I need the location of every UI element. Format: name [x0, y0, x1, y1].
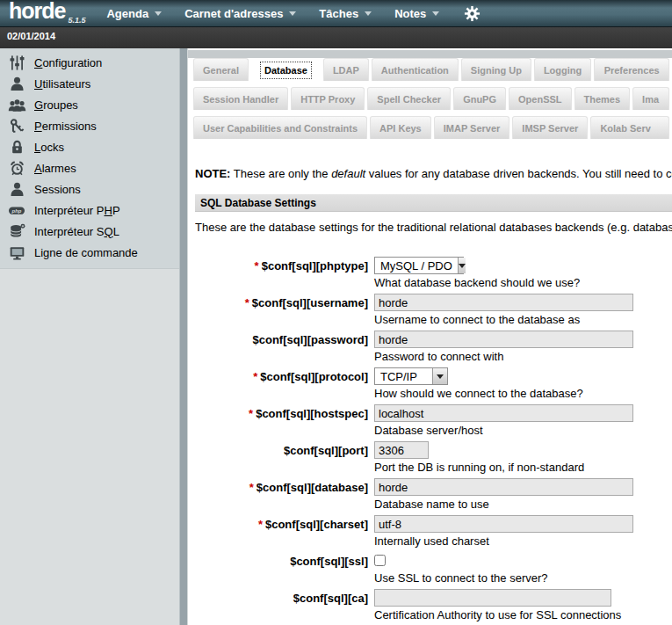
- database-input[interactable]: [374, 478, 633, 496]
- sidebar-divider: [179, 48, 187, 625]
- tab-http-proxy[interactable]: HTTP Proxy: [291, 87, 365, 110]
- tab-imsp-server[interactable]: IMSP Server: [512, 116, 588, 139]
- sql-settings-form: *$conf[sql][phptype] MySQL / PDO What da…: [188, 257, 672, 621]
- tab-user-capabilities[interactable]: User Capabilities and Constraints: [193, 116, 367, 139]
- field-row-database: *$conf[sql][database] Database name to u…: [188, 478, 672, 511]
- chevron-down-icon: [155, 11, 162, 16]
- protocol-select[interactable]: TCP/IP: [374, 367, 448, 385]
- tab-imap-server[interactable]: IMAP Server: [434, 116, 510, 139]
- tab-logging[interactable]: Logging: [534, 58, 591, 81]
- required-marker: *: [255, 259, 259, 273]
- sidebar-item-sessions[interactable]: Sessions: [0, 178, 179, 200]
- tab-ldap[interactable]: LDAP: [323, 58, 369, 81]
- field-row-password: *$conf[sql][password] Password to connec…: [188, 331, 672, 363]
- chevron-down-icon: [458, 258, 466, 273]
- tab-authentication[interactable]: Authentication: [372, 58, 459, 81]
- field-help: Port the DB is running on, if non-standa…: [374, 461, 584, 474]
- logo-text: horde: [9, 0, 65, 23]
- required-marker: *: [258, 518, 263, 531]
- field-row-ca: *$conf[sql][ca] Certification Authority …: [188, 589, 672, 621]
- menu-carnet-adresses[interactable]: Carnet d'adresses: [184, 7, 296, 20]
- sliders-icon: [7, 54, 26, 71]
- sidebar-item-locks[interactable]: Locks: [0, 136, 179, 157]
- section-header: SQL Database Settings: [195, 194, 672, 212]
- field-row-charset: *$conf[sql][charset] Internally used cha…: [188, 515, 672, 548]
- keys-icon: [7, 117, 26, 134]
- menu-taches[interactable]: Tâches: [319, 7, 372, 20]
- tab-signing-up[interactable]: Signing Up: [461, 58, 531, 81]
- php-icon: php: [7, 201, 26, 219]
- field-help: Database server/host: [374, 424, 633, 437]
- sidebar-item-alarmes[interactable]: Alarmes: [0, 157, 179, 178]
- tab-database[interactable]: Database: [251, 58, 321, 81]
- version-label: 5.1.5: [68, 16, 85, 25]
- tab-general[interactable]: General: [193, 58, 249, 81]
- charset-input[interactable]: [374, 515, 633, 533]
- field-row-hostspec: *$conf[sql][hostspec] Database server/ho…: [188, 404, 672, 437]
- password-input[interactable]: [374, 331, 633, 348]
- field-help: How should we connect to the database?: [374, 387, 583, 400]
- tab-row-3: User Capabilities and Constraints API Ke…: [193, 116, 672, 139]
- sidebar-item-interpreteur-sql[interactable]: Interpréteur SQL: [0, 221, 179, 242]
- hostspec-input[interactable]: [374, 404, 633, 422]
- tab-kolab-server[interactable]: Kolab Serv: [590, 116, 669, 139]
- database-icon: [7, 222, 26, 240]
- menu-notes[interactable]: Notes: [394, 7, 439, 20]
- field-help: Password to connect with: [374, 350, 633, 363]
- sidebar-item-interpreteur-php[interactable]: php Interpréteur PHP: [0, 200, 179, 221]
- field-row-port: *$conf[sql][port] Port the DB is running…: [188, 441, 672, 474]
- monitor-icon: [7, 243, 26, 261]
- tab-preferences[interactable]: Preferences: [594, 58, 669, 81]
- username-input[interactable]: [374, 294, 633, 311]
- field-help: What database backend should we use?: [374, 276, 580, 289]
- field-row-phptype: *$conf[sql][phptype] MySQL / PDO What da…: [188, 257, 672, 289]
- phptype-select[interactable]: MySQL / PDO: [374, 257, 464, 274]
- user-icon: [7, 180, 26, 198]
- lock-icon: [7, 138, 26, 156]
- required-marker: *: [253, 370, 257, 383]
- menu-agenda[interactable]: Agenda: [106, 7, 162, 20]
- tab-gnupg[interactable]: GnuPG: [453, 87, 506, 110]
- sidebar-item-ligne-de-commande[interactable]: Ligne de commande: [0, 242, 179, 263]
- tab-row-1: General Database LDAP Authentication Sig…: [193, 58, 672, 81]
- sidebar-item-permissions[interactable]: Permissions: [0, 115, 179, 136]
- tab-api-keys[interactable]: API Keys: [370, 116, 431, 139]
- tab-openssl[interactable]: OpenSSL: [509, 87, 572, 110]
- chevron-down-icon: [432, 368, 447, 384]
- field-row-ssl: *$conf[sql][ssl] Use SSL to connect to t…: [188, 552, 672, 585]
- config-content: General Database LDAP Authentication Sig…: [187, 48, 672, 625]
- users-icon: [7, 96, 26, 113]
- required-marker: *: [245, 296, 249, 309]
- user-icon: [7, 75, 26, 92]
- port-input[interactable]: [374, 441, 429, 459]
- field-row-username: *$conf[sql][username] Username to connec…: [188, 294, 672, 326]
- field-help: Certification Authority to use for SSL c…: [374, 608, 621, 621]
- ssl-checkbox[interactable]: [374, 555, 386, 566]
- field-help: Use SSL to connect to the server?: [374, 571, 548, 585]
- admin-menu: Configuration Utilisateurs: [0, 48, 179, 269]
- tab-session-handler[interactable]: Session Handler: [193, 87, 288, 110]
- tab-image[interactable]: Ima: [632, 87, 669, 110]
- gear-icon[interactable]: [464, 5, 481, 22]
- tab-themes[interactable]: Themes: [574, 87, 631, 110]
- alarm-clock-icon: [7, 159, 26, 177]
- tab-spell-checker[interactable]: Spell Checker: [367, 87, 451, 110]
- sidebar-item-configuration[interactable]: Configuration: [0, 52, 179, 73]
- chevron-down-icon: [289, 11, 296, 16]
- ca-input[interactable]: [374, 589, 611, 607]
- chevron-down-icon: [365, 11, 372, 16]
- field-help: Username to connect to the database as: [374, 313, 633, 326]
- chevron-down-icon: [432, 11, 439, 16]
- date-bar: 02/01/2014: [0, 27, 672, 48]
- sidebar-item-groupes[interactable]: Groupes: [0, 94, 179, 115]
- admin-sidebar: Configuration Utilisateurs: [0, 48, 179, 625]
- app-menubar: Agenda Carnet d'adresses Tâches Notes: [106, 5, 481, 22]
- current-date: 02/01/2014: [7, 31, 55, 41]
- horde-logo[interactable]: horde5.1.5: [9, 0, 85, 28]
- field-help: Internally used charset: [374, 534, 633, 548]
- field-help: Database name to use: [374, 498, 633, 511]
- sidebar-item-utilisateurs[interactable]: Utilisateurs: [0, 73, 179, 94]
- svg-text:php: php: [11, 207, 22, 213]
- note-text: NOTE: These are only the default values …: [195, 167, 672, 180]
- required-marker: *: [249, 407, 253, 420]
